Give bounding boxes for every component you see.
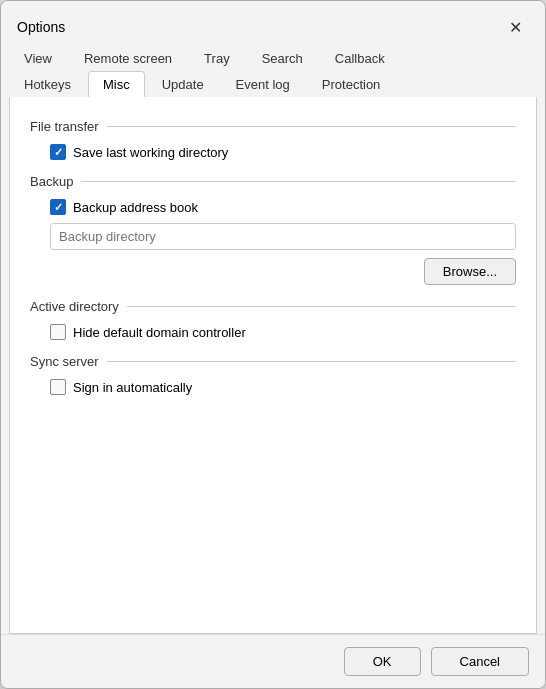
title-bar: Options ✕ [1, 1, 545, 41]
active-directory-divider [127, 306, 516, 307]
backup-address-book-label: Backup address book [73, 200, 198, 215]
backup-section-header: Backup [30, 174, 516, 189]
backup-address-book-checkbox[interactable] [50, 199, 66, 215]
tab-hotkeys[interactable]: Hotkeys [9, 71, 86, 97]
tab-row-2: Hotkeys Misc Update Event log Protection [9, 71, 537, 97]
save-last-dir-checkbox[interactable] [50, 144, 66, 160]
file-transfer-divider [107, 126, 516, 127]
hide-default-domain-row: Hide default domain controller [50, 324, 516, 340]
save-last-dir-label: Save last working directory [73, 145, 228, 160]
sync-server-divider [107, 361, 516, 362]
close-button[interactable]: ✕ [501, 13, 529, 41]
browse-button[interactable]: Browse... [424, 258, 516, 285]
tabs-container: View Remote screen Tray Search Callback … [1, 41, 545, 97]
ok-button[interactable]: OK [344, 647, 421, 676]
hide-default-domain-label: Hide default domain controller [73, 325, 246, 340]
tab-view[interactable]: View [9, 45, 67, 71]
tab-row-1: View Remote screen Tray Search Callback [9, 45, 537, 71]
sync-server-content: Sign in automatically [50, 379, 516, 395]
tab-tray[interactable]: Tray [189, 45, 245, 71]
sync-server-section-header: Sync server [30, 354, 516, 369]
sync-server-label: Sync server [30, 354, 99, 369]
backup-directory-input[interactable] [50, 223, 516, 250]
browse-row: Browse... [50, 258, 516, 285]
sign-in-auto-checkbox[interactable] [50, 379, 66, 395]
file-transfer-section-header: File transfer [30, 119, 516, 134]
tab-event-log[interactable]: Event log [221, 71, 305, 97]
tab-remote-screen[interactable]: Remote screen [69, 45, 187, 71]
active-directory-label: Active directory [30, 299, 119, 314]
tab-callback[interactable]: Callback [320, 45, 400, 71]
tab-update[interactable]: Update [147, 71, 219, 97]
sign-in-auto-row: Sign in automatically [50, 379, 516, 395]
tab-misc[interactable]: Misc [88, 71, 145, 97]
window-title: Options [17, 19, 65, 35]
file-transfer-content: Save last working directory [50, 144, 516, 160]
hide-default-domain-checkbox[interactable] [50, 324, 66, 340]
backup-content: Backup address book Browse... [50, 199, 516, 285]
tab-search[interactable]: Search [247, 45, 318, 71]
backup-address-book-row: Backup address book [50, 199, 516, 215]
backup-divider [81, 181, 516, 182]
main-content: File transfer Save last working director… [9, 97, 537, 634]
backup-label: Backup [30, 174, 73, 189]
active-directory-content: Hide default domain controller [50, 324, 516, 340]
cancel-button[interactable]: Cancel [431, 647, 529, 676]
save-last-dir-row: Save last working directory [50, 144, 516, 160]
sign-in-auto-label: Sign in automatically [73, 380, 192, 395]
active-directory-section-header: Active directory [30, 299, 516, 314]
options-window: Options ✕ View Remote screen Tray Search… [0, 0, 546, 689]
tab-protection[interactable]: Protection [307, 71, 396, 97]
file-transfer-label: File transfer [30, 119, 99, 134]
footer: OK Cancel [1, 634, 545, 688]
